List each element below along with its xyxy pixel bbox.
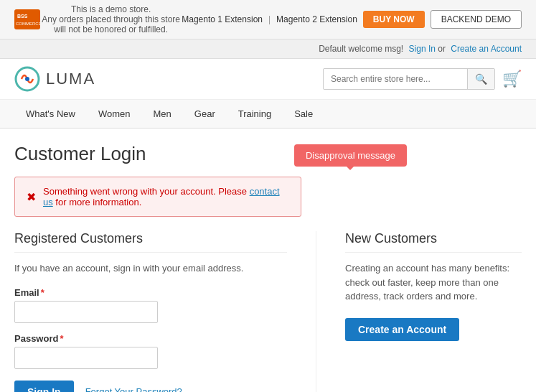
email-label: Email* — [14, 287, 287, 298]
nav-link-gear[interactable]: Gear — [183, 100, 227, 128]
registered-customers-heading: Registered Customers — [14, 231, 287, 253]
cart-icon[interactable]: 🛒 — [502, 70, 522, 88]
welcome-text: Default welcome msg! — [319, 44, 403, 54]
new-customers-heading: New Customers — [345, 231, 522, 253]
search-input[interactable] — [324, 70, 467, 88]
luma-logo[interactable]: LUMA — [14, 66, 95, 92]
new-customers-section: New Customers Creating an account has ma… — [316, 231, 522, 392]
buy-now-button[interactable]: BUY NOW — [363, 11, 425, 28]
nav-link-whats-new[interactable]: What's New — [14, 100, 87, 128]
search-box: 🔍 — [323, 68, 495, 90]
nav-list: What's New Women Men Gear Training Sale — [14, 100, 522, 128]
search-button[interactable]: 🔍 — [467, 69, 494, 89]
error-message: ✖ Something went wrong with your account… — [14, 177, 301, 217]
svg-rect-0 — [14, 9, 40, 29]
email-input[interactable] — [14, 301, 158, 323]
or-text: or — [438, 44, 446, 54]
header-right: 🔍 🛒 — [323, 68, 522, 90]
login-form: Email* Password* Sign In Forgot Your Pas… — [14, 287, 287, 393]
forgot-password-link[interactable]: Forgot Your Password? — [85, 386, 182, 392]
password-input[interactable] — [14, 347, 158, 369]
registered-customers-desc: If you have an account, sign in with you… — [14, 261, 287, 276]
email-required-star: * — [41, 287, 44, 298]
demo-line2: Any orders placed through this store wil… — [40, 14, 182, 34]
nav-link-men[interactable]: Men — [142, 100, 183, 128]
email-group: Email* — [14, 287, 287, 323]
nav-item-whats-new: What's New — [14, 100, 87, 128]
top-banner-right: Magento 1 Extension | Magento 2 Extensio… — [182, 10, 522, 29]
nav-link-women[interactable]: Women — [87, 100, 142, 128]
magento2-link[interactable]: Magento 2 Extension — [276, 14, 357, 24]
password-required-star: * — [60, 333, 63, 344]
password-group: Password* — [14, 333, 287, 369]
main-nav: What's New Women Men Gear Training Sale — [0, 100, 536, 129]
logo-text: LUMA — [46, 70, 95, 88]
nav-link-training[interactable]: Training — [227, 100, 283, 128]
site-header: LUMA 🔍 🛒 — [0, 59, 536, 100]
page-title: Customer Login — [14, 143, 522, 165]
demo-line1: This is a demo store. — [40, 4, 182, 14]
create-account-link[interactable]: Create an Account — [451, 44, 522, 54]
main-content: Disapproval message Customer Login ✖ Som… — [0, 129, 536, 392]
form-actions: Sign In Forgot Your Password? — [14, 381, 287, 393]
nav-item-women: Women — [87, 100, 142, 128]
svg-point-4 — [25, 77, 29, 81]
demo-notice: This is a demo store. Any orders placed … — [40, 4, 182, 34]
two-column-layout: Registered Customers If you have an acco… — [14, 231, 522, 392]
disapproval-tooltip[interactable]: Disapproval message — [294, 144, 407, 167]
sign-in-link[interactable]: Sign In — [409, 44, 436, 54]
sign-in-button[interactable]: Sign In — [14, 381, 74, 393]
error-text: Something went wrong with your account. … — [43, 186, 247, 197]
backend-demo-button[interactable]: BACKEND DEMO — [431, 10, 522, 29]
nav-item-men: Men — [142, 100, 183, 128]
nav-item-sale: Sale — [283, 100, 324, 128]
disapproval-label: Disapproval message — [306, 150, 395, 161]
welcome-bar: Default welcome msg! Sign In or Create a… — [0, 39, 536, 59]
nav-link-sale[interactable]: Sale — [283, 100, 324, 128]
password-label: Password* — [14, 333, 287, 344]
nav-item-gear: Gear — [183, 100, 227, 128]
magento1-link[interactable]: Magento 1 Extension — [182, 14, 263, 24]
svg-text:COMMERCE: COMMERCE — [16, 22, 40, 26]
error-icon: ✖ — [27, 190, 36, 204]
new-customers-desc: Creating an account has many benefits: c… — [345, 261, 522, 304]
bss-logo: BSS COMMERCE — [14, 9, 40, 29]
error-text-after: for more information. — [55, 197, 141, 207]
svg-text:BSS: BSS — [17, 14, 28, 19]
create-account-button[interactable]: Create an Account — [345, 318, 459, 341]
nav-item-training: Training — [227, 100, 283, 128]
registered-customers-section: Registered Customers If you have an acco… — [14, 231, 287, 392]
top-banner: BSS COMMERCE This is a demo store. Any o… — [0, 0, 536, 39]
